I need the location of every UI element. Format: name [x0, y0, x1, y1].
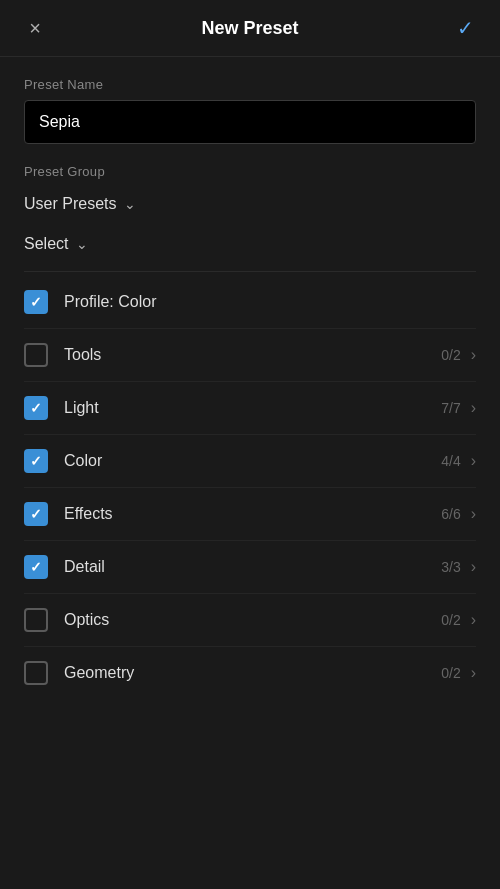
divider — [24, 271, 476, 272]
checkbox-item-tools[interactable]: Tools0/2› — [24, 329, 476, 382]
checkbox-item-profile-color[interactable]: ✓Profile: Color — [24, 276, 476, 329]
checkbox-item-optics[interactable]: Optics0/2› — [24, 594, 476, 647]
checkbox-item-light[interactable]: ✓Light7/7› — [24, 382, 476, 435]
item-label-light: Light — [64, 399, 441, 417]
checkbox-item-detail[interactable]: ✓Detail3/3› — [24, 541, 476, 594]
confirm-icon[interactable]: ✓ — [450, 16, 480, 40]
select-chevron-icon: ⌄ — [76, 236, 88, 252]
checkbox-color: ✓ — [24, 449, 48, 473]
checkbox-item-geometry[interactable]: Geometry0/2› — [24, 647, 476, 699]
item-right-geometry: 0/2› — [441, 664, 476, 682]
item-arrow-color[interactable]: › — [471, 452, 476, 470]
checkbox-detail: ✓ — [24, 555, 48, 579]
checkmark-light: ✓ — [30, 400, 42, 416]
checkmark-color: ✓ — [30, 453, 42, 469]
checkbox-list: ✓Profile: ColorTools0/2›✓Light7/7›✓Color… — [24, 276, 476, 699]
header: × New Preset ✓ — [0, 0, 500, 57]
item-count-light: 7/7 — [441, 400, 460, 416]
item-right-light: 7/7› — [441, 399, 476, 417]
item-right-effects: 6/6› — [441, 505, 476, 523]
item-arrow-detail[interactable]: › — [471, 558, 476, 576]
item-label-color: Color — [64, 452, 441, 470]
checkbox-tools — [24, 343, 48, 367]
select-dropdown[interactable]: Select ⌄ — [24, 227, 476, 261]
item-arrow-optics[interactable]: › — [471, 611, 476, 629]
item-arrow-light[interactable]: › — [471, 399, 476, 417]
page-title: New Preset — [201, 18, 298, 39]
checkbox-light: ✓ — [24, 396, 48, 420]
item-label-profile-color: Profile: Color — [64, 293, 476, 311]
checkbox-effects: ✓ — [24, 502, 48, 526]
item-count-geometry: 0/2 — [441, 665, 460, 681]
item-right-detail: 3/3› — [441, 558, 476, 576]
checkbox-item-color[interactable]: ✓Color4/4› — [24, 435, 476, 488]
item-count-tools: 0/2 — [441, 347, 460, 363]
checkbox-profile-color: ✓ — [24, 290, 48, 314]
content: Preset Name Preset Group User Presets ⌄ … — [0, 57, 500, 719]
checkbox-geometry — [24, 661, 48, 685]
item-count-detail: 3/3 — [441, 559, 460, 575]
preset-name-label: Preset Name — [24, 77, 476, 92]
checkbox-item-effects[interactable]: ✓Effects6/6› — [24, 488, 476, 541]
checkmark-profile-color: ✓ — [30, 294, 42, 310]
item-label-tools: Tools — [64, 346, 441, 364]
item-count-color: 4/4 — [441, 453, 460, 469]
close-icon[interactable]: × — [20, 17, 50, 40]
preset-name-input[interactable] — [24, 100, 476, 144]
item-label-geometry: Geometry — [64, 664, 441, 682]
item-arrow-geometry[interactable]: › — [471, 664, 476, 682]
item-arrow-effects[interactable]: › — [471, 505, 476, 523]
item-label-effects: Effects — [64, 505, 441, 523]
checkmark-effects: ✓ — [30, 506, 42, 522]
item-count-optics: 0/2 — [441, 612, 460, 628]
preset-group-section: Preset Group User Presets ⌄ — [24, 164, 476, 221]
item-arrow-tools[interactable]: › — [471, 346, 476, 364]
preset-group-dropdown[interactable]: User Presets ⌄ — [24, 187, 476, 221]
item-label-detail: Detail — [64, 558, 441, 576]
preset-group-chevron-icon: ⌄ — [124, 196, 136, 212]
item-label-optics: Optics — [64, 611, 441, 629]
checkbox-optics — [24, 608, 48, 632]
checkmark-detail: ✓ — [30, 559, 42, 575]
preset-group-label: Preset Group — [24, 164, 476, 179]
item-right-color: 4/4› — [441, 452, 476, 470]
item-right-tools: 0/2› — [441, 346, 476, 364]
item-count-effects: 6/6 — [441, 506, 460, 522]
preset-group-value: User Presets — [24, 195, 116, 213]
item-right-optics: 0/2› — [441, 611, 476, 629]
select-label: Select — [24, 235, 68, 253]
